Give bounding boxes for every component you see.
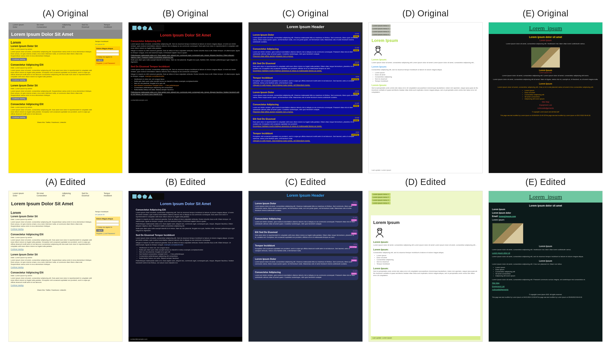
be-p2: Integer in mauris eu nibh euismod gravid… bbox=[136, 218, 235, 222]
b-p1: Lorem ipsum dolor sit amet, consectetur … bbox=[131, 43, 240, 49]
be-p6: Integer in mauris eu nibh euismod gravid… bbox=[136, 242, 235, 246]
be-p5: Lorem ipsum dolor sit amet, consectetur … bbox=[136, 237, 235, 241]
b-link-1[interactable]: example.com/placeholder bbox=[145, 75, 164, 77]
e-mast-title: Lorem_ipsum bbox=[489, 25, 602, 32]
a-nav: Lorem Ipsum Dolor Sit Amet Consectetur A… bbox=[9, 22, 122, 30]
d-menu-2[interactable]: Lorem ipsum menu 3 bbox=[372, 30, 391, 33]
ae-login-box: Dolore Magna Aliqua bbox=[96, 218, 119, 220]
a-post-1-body: Lorem ipsum dolor sit amet, consectetur … bbox=[11, 69, 93, 78]
a-login-user[interactable] bbox=[96, 50, 119, 53]
a-post-3-btn[interactable]: Continue reading bbox=[11, 116, 27, 119]
d-menu-0[interactable]: Lorem ipsum menu 1 bbox=[372, 25, 391, 27]
c-badge-2: 19:40ready bbox=[353, 61, 359, 66]
ae-nav-4[interactable]: Tempor Incididunt bbox=[100, 191, 122, 198]
de-menu-1[interactable]: Lorem ipsum menu 2 bbox=[372, 196, 391, 199]
c-card-3-l[interactable]: Aliquam in velit ipsum. Sed tristique iu… bbox=[253, 84, 310, 86]
ae-share: Share this: Twitter, Facebook, LinkedIn bbox=[11, 289, 93, 291]
triangle-icon bbox=[148, 26, 152, 30]
person-icon bbox=[373, 226, 386, 239]
a-login-go[interactable]: Log in bbox=[96, 59, 103, 61]
ce-badge-4: 13:52ready bbox=[351, 257, 357, 261]
e-link-0[interactable]: Site Map bbox=[489, 101, 602, 103]
ee-link-1[interactable]: Lorem ipsum dolor sit bbox=[489, 252, 602, 255]
a-post-0-btn[interactable]: Continue reading bbox=[11, 58, 27, 61]
d-menu-1[interactable]: Lorem ipsum menu 2 bbox=[372, 27, 391, 30]
a-nav-3[interactable]: Sed Do Eiusmod bbox=[78, 22, 100, 30]
a-post-3-body: Lorem ipsum dolor sit amet, consectetur … bbox=[11, 109, 93, 115]
c-card-7-l[interactable]: Aliquam in velit ipsum. Sed tristique iu… bbox=[253, 140, 310, 142]
ae-nav-0[interactable]: Lorem Ipsum Dolor bbox=[9, 191, 32, 198]
e-p1: Lorem ipsum dolor sit amet, consectetur … bbox=[489, 74, 602, 78]
ae-post-1-b: Lorem ipsum dolor sit amet, consectetur … bbox=[11, 239, 93, 247]
a-nav-4[interactable]: Tempor Incididunt bbox=[100, 22, 122, 30]
d-menu-3[interactable]: Lorem ipsum menu 4 bbox=[372, 33, 391, 36]
c-card-2-l[interactable]: Excepteur habitant morbi tristique senec… bbox=[253, 70, 322, 72]
ae-login-sub[interactable]: Ut Labore Et bbox=[95, 214, 120, 216]
a-login-pass[interactable] bbox=[96, 53, 119, 56]
ce-card-1-h: Consectetur Adipiscing bbox=[255, 217, 356, 220]
ae-nav-3[interactable]: Sed Do Eiusmod bbox=[78, 191, 100, 198]
e-li-4: Adipiscing elit lorem ipsum bbox=[525, 98, 567, 100]
e-hero-image bbox=[531, 47, 560, 68]
label-c-orig: (C) Original bbox=[248, 8, 362, 18]
de-p-1: Consectetur adipiscing elit, sed do eius… bbox=[373, 252, 478, 254]
a-nav-0[interactable]: Lorem Ipsum Dolor bbox=[9, 22, 32, 30]
ce-card-2: 19:40readyElit Sed Do EiusmodDuis aute d… bbox=[253, 229, 358, 240]
a-post-0-body: Lorem ipsum dolor sit amet, consectetur … bbox=[11, 51, 93, 57]
ae-post-2-btn[interactable]: Continue reading bbox=[11, 266, 24, 269]
ce-card-2-h: Elit Sed Do Eiusmod bbox=[255, 231, 356, 234]
thumb-a-original: Lorem Ipsum Dolor Sit Amet Consectetur A… bbox=[8, 22, 122, 173]
b-li-1: Nulla quis diam quis nulla suscipit lect… bbox=[134, 80, 240, 82]
a-login-links[interactable]: Register | Lost Password bbox=[96, 62, 119, 64]
be-foot: contact@example.com bbox=[129, 337, 242, 342]
ae-post-3-h: Consectetur Adipiscing Elit bbox=[11, 271, 93, 274]
be-link-1[interactable]: example.com/placeholder bbox=[164, 244, 183, 246]
c-list: 13:52readyLorem Ipsum DolorLorem ipsum d… bbox=[249, 31, 362, 147]
ae-post-3-btn[interactable]: Continue reading bbox=[11, 284, 24, 287]
svg-point-0 bbox=[376, 48, 380, 52]
c-card-6-l[interactable]: Excepteur habitant morbi tristique senec… bbox=[253, 125, 322, 127]
e-link-1[interactable]: Equipment List bbox=[489, 104, 602, 106]
ae-login-links[interactable]: Register | Lost Password bbox=[96, 233, 119, 235]
ae-post-0-btn[interactable]: Continue reading bbox=[11, 228, 24, 230]
ae-nav-1[interactable]: Sit Amet Consectetur bbox=[32, 191, 58, 198]
b-li-4: Consectetur pellentesque adipiscing elit… bbox=[134, 87, 240, 89]
ee-email-link[interactable]: lorem@ipsum.com bbox=[499, 215, 516, 217]
ce-card-2-b: Duis aute dolor in reprehenderit in volu… bbox=[255, 234, 356, 238]
be-p3: Pellentesque malesuada nulla a mi. Duis … bbox=[136, 223, 235, 227]
ae-login-go[interactable]: Log in bbox=[96, 229, 103, 232]
a-nav-2[interactable]: Adipiscing Elit bbox=[58, 22, 78, 30]
b-p5: Lorem ipsum dolor sit amet, consectetur … bbox=[131, 69, 240, 73]
c-card-5-l[interactable]: Placerat vitae tellus auctor posuere non… bbox=[253, 111, 293, 113]
label-b-edit: (B) Edited bbox=[128, 177, 242, 187]
de-menu-0[interactable]: Lorem ipsum menu 1 bbox=[372, 193, 391, 196]
ee-link-a[interactable]: Acknowledgements bbox=[489, 288, 602, 291]
ae-section-title: Lorem bbox=[11, 211, 93, 215]
c-badge-4: 13:52ready bbox=[353, 90, 359, 95]
de-menu-3[interactable]: Lorem ipsum menu 4 bbox=[372, 202, 391, 204]
a-login-sub[interactable]: Ut Labore Et bbox=[95, 43, 120, 46]
ae-login-pass[interactable] bbox=[96, 223, 119, 226]
ce-card-3-h: Tempor Incididunt bbox=[255, 244, 356, 247]
a-login-keep[interactable]: ☐ Keep me signed in bbox=[96, 56, 119, 58]
a-post-1-btn[interactable]: Continue reading bbox=[11, 79, 27, 82]
d-h-2: Lorem Ipsum: bbox=[372, 84, 479, 87]
ee-link-e[interactable]: Equipment List bbox=[489, 285, 602, 288]
a-post-2-btn[interactable]: Continue reading bbox=[11, 97, 27, 100]
be-title: Lorem Ipsum Dolor Sit Amet bbox=[131, 202, 240, 206]
ae-nav-2[interactable]: Adipiscing Elit bbox=[58, 191, 78, 198]
a-title-bar: Lorem Ipsum Dolor Sit Amet bbox=[9, 30, 122, 39]
e-link-2[interactable]: Acknowledgements bbox=[489, 107, 602, 109]
ae-post-1-btn[interactable]: Continue reading bbox=[11, 248, 24, 251]
ee-p3: Lorem ipsum dolor sit amet, consectetur … bbox=[489, 262, 602, 266]
e-red: Lorem ipsum bbox=[489, 39, 602, 42]
ae-login-keep[interactable]: ☐ Keep me signed in bbox=[96, 226, 119, 228]
de-p-2: Sed ut perspiciatis unde omnis iste natu… bbox=[373, 270, 478, 277]
de-menu-2[interactable]: Lorem ipsum menu 3 bbox=[372, 199, 391, 202]
ee-link-s[interactable]: Site Map bbox=[489, 282, 602, 285]
d-h-0: Lorem Ipsum: bbox=[372, 58, 479, 61]
ae-login-user[interactable] bbox=[96, 220, 119, 223]
a-nav-1[interactable]: Sit Amet Consectetur bbox=[32, 22, 58, 30]
ce-card-0-b: Lorem ipsum dolor sit amet, consectetur … bbox=[255, 205, 356, 212]
c-card-1-l[interactable]: Placerat vitae tellus auctor posuere non… bbox=[253, 55, 293, 57]
